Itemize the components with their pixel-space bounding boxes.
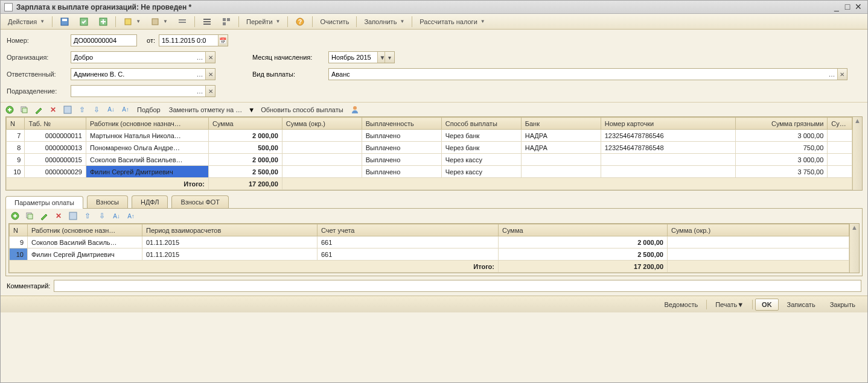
table-row[interactable]: 10Филин Сергей Дмитриевич01.11.20156612 … xyxy=(10,248,849,261)
svg-rect-1 xyxy=(62,19,67,21)
form-header: Номер: ДО000000004 от: 15.11.2015 0:0📅 О… xyxy=(1,30,867,102)
calendar-icon[interactable]: 📅 xyxy=(218,35,228,46)
col-tab[interactable]: Таб. № xyxy=(25,118,86,130)
clear-icon[interactable]: ✕ xyxy=(205,69,215,80)
table-row[interactable]: 70000000011Мартынюк Наталья Никола…2 000… xyxy=(7,130,852,142)
select-icon[interactable]: … xyxy=(194,71,205,78)
actions-menu[interactable]: Действия▼ xyxy=(4,16,48,28)
select-icon[interactable]: … xyxy=(826,71,837,78)
col-bank[interactable]: Банк xyxy=(521,118,601,130)
sort-desc-button[interactable]: A↑ xyxy=(120,104,131,115)
move-up-button[interactable]: ⇧ xyxy=(77,104,88,115)
col-account[interactable]: Счет учета xyxy=(318,224,499,236)
col-su[interactable]: Су… xyxy=(828,118,852,130)
copy-row-button[interactable] xyxy=(19,104,30,115)
col-n[interactable]: N xyxy=(7,118,25,130)
move-up-button[interactable]: ⇧ xyxy=(82,210,93,221)
save-row-button[interactable] xyxy=(68,210,78,221)
payment-type-input[interactable]: Аванс…✕ xyxy=(328,68,847,80)
help-button[interactable]: ? xyxy=(292,16,308,28)
sort-desc-button[interactable]: A↑ xyxy=(126,210,136,221)
table-row[interactable]: 100000000029Филин Сергей Дмитриевич2 500… xyxy=(7,166,852,178)
post-icon-button[interactable] xyxy=(75,16,92,28)
department-input[interactable]: …✕ xyxy=(71,85,215,97)
minimize-button[interactable]: _ xyxy=(831,2,842,12)
tree-button[interactable] xyxy=(218,16,235,28)
edit-row-button[interactable] xyxy=(33,104,44,115)
col-sum-okr[interactable]: Сумма (окр.) xyxy=(282,118,362,130)
col-n[interactable]: N xyxy=(10,224,28,236)
tab-payment-params[interactable]: Параметры оплаты xyxy=(5,196,83,209)
table-row[interactable]: 9Соколов Василий Василь…01.11.20156612 0… xyxy=(10,236,849,248)
vertical-scrollbar[interactable]: ▲ xyxy=(849,224,859,273)
print-button[interactable]: Печать▼ xyxy=(709,299,750,310)
col-period[interactable]: Период взаиморасчетов xyxy=(142,224,318,236)
clear-icon[interactable]: ✕ xyxy=(205,86,215,97)
organization-input[interactable]: Добро…✕ xyxy=(71,51,215,63)
number-input[interactable]: ДО000000004 xyxy=(71,34,137,46)
main-table-toolbar: ✕ ⇧ ⇩ A↓ A↑ Подбор Заменить отметку на …… xyxy=(1,102,867,116)
selection-button[interactable]: Подбор xyxy=(135,106,163,113)
vertical-scrollbar[interactable]: ▲ xyxy=(852,117,862,190)
col-sum-okr[interactable]: Сумма (окр.) xyxy=(668,224,849,236)
document-icon xyxy=(4,3,13,11)
clear-icon[interactable]: ✕ xyxy=(837,69,847,80)
col-worker[interactable]: Работник (основное назнач… xyxy=(86,118,208,130)
spin-icon[interactable]: ▾ xyxy=(385,52,394,63)
params-grid[interactable]: N Работник (основное назн… Период взаимо… xyxy=(9,224,849,273)
ok-button[interactable]: OK xyxy=(755,299,779,311)
delete-row-button[interactable]: ✕ xyxy=(53,210,64,221)
sort-asc-button[interactable]: A↓ xyxy=(106,104,116,115)
statement-button[interactable]: Ведомость xyxy=(658,299,704,310)
clear-button[interactable]: Очистить xyxy=(316,16,353,28)
col-method[interactable]: Способ выплаты xyxy=(441,118,521,130)
date-input[interactable]: 15.11.2015 0:0📅 xyxy=(159,34,228,46)
move-down-button[interactable]: ⇩ xyxy=(91,104,102,115)
svg-rect-8 xyxy=(203,19,211,20)
tab-fot[interactable]: Взносы ФОТ xyxy=(171,195,229,208)
close-form-button[interactable]: Закрыть xyxy=(824,299,861,310)
move-down-button[interactable]: ⇩ xyxy=(97,210,107,221)
footer: Ведомость Печать▼ OK Записать Закрыть xyxy=(1,296,867,312)
maximize-button[interactable]: □ xyxy=(842,2,853,12)
save-icon-button[interactable] xyxy=(56,16,73,28)
col-paid[interactable]: Выплаченность xyxy=(362,118,441,130)
totals-label: Итого: xyxy=(7,178,209,190)
select-icon[interactable]: … xyxy=(194,87,205,95)
col-sum[interactable]: Сумма xyxy=(209,118,282,130)
fill-menu[interactable]: Заполнить▼ xyxy=(360,16,408,28)
movements-button[interactable] xyxy=(174,16,191,28)
save-button[interactable]: Записать xyxy=(781,299,822,310)
select-icon[interactable]: … xyxy=(194,54,205,61)
col-gross[interactable]: Сумма грязными xyxy=(736,118,828,130)
based-on-button[interactable]: ▼ xyxy=(120,16,144,28)
edit-row-button[interactable] xyxy=(39,210,49,221)
replace-mark-button[interactable]: Заменить отметку на … xyxy=(167,106,245,113)
tab-contributions[interactable]: Взносы xyxy=(87,195,128,208)
employees-grid[interactable]: N Таб. № Работник (основное назнач… Сумм… xyxy=(6,117,852,190)
sort-asc-button[interactable]: A↓ xyxy=(111,210,122,221)
responsible-input[interactable]: Админенко В. С.…✕ xyxy=(71,68,215,80)
table-row[interactable]: 80000000013Пономаренко Ольга Андре…500,0… xyxy=(7,142,852,154)
add-row-button[interactable] xyxy=(4,104,15,115)
list-button[interactable] xyxy=(199,16,215,28)
month-input[interactable]: Ноябрь 2015▼▾ xyxy=(328,51,395,63)
copy-row-button[interactable] xyxy=(24,210,35,221)
goto-menu[interactable]: Перейти▼ xyxy=(243,16,284,28)
col-card[interactable]: Номер карточки xyxy=(601,118,735,130)
add-row-button[interactable] xyxy=(10,210,21,221)
delete-row-button[interactable]: ✕ xyxy=(48,104,59,115)
clear-icon[interactable]: ✕ xyxy=(205,52,215,63)
repost-icon-button[interactable] xyxy=(95,16,112,28)
update-method-button[interactable]: Обновить способ выплаты xyxy=(258,106,345,113)
calc-taxes-menu[interactable]: Рассчитать налоги▼ xyxy=(416,16,488,28)
comment-input[interactable] xyxy=(54,280,861,292)
col-worker[interactable]: Работник (основное назн… xyxy=(28,224,142,236)
tab-ndfl[interactable]: НДФЛ xyxy=(132,195,168,208)
person-icon[interactable] xyxy=(349,104,360,115)
col-sum[interactable]: Сумма xyxy=(499,224,668,236)
save-row-button[interactable] xyxy=(62,104,73,115)
structure-button[interactable]: ▼ xyxy=(147,16,171,28)
close-button[interactable]: ✕ xyxy=(853,2,864,12)
table-row[interactable]: 90000000015Соколов Василий Васильев…2 00… xyxy=(7,154,852,166)
